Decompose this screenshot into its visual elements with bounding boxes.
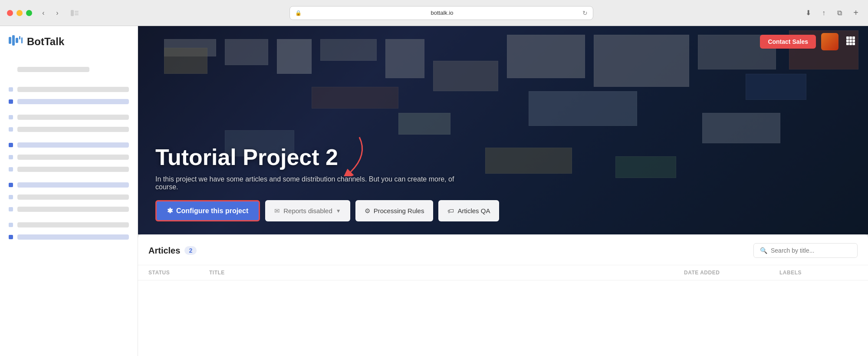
logo: BotTalk [0,35,138,59]
sidebar-dot-10 [9,223,13,227]
sidebar-item-13[interactable] [0,231,138,243]
hero-actions: ✱ Configure this project ✉ Reports disab… [155,200,499,221]
sidebar-dot-active [9,99,13,104]
logo-text: BotTalk [27,36,64,48]
col-labels: LABELS [779,270,858,276]
hero-top-bar: Contact Sales [138,26,868,57]
sidebar-item-12[interactable] [0,219,138,231]
dropdown-icon: ▼ [336,208,341,214]
sidebar-toggle[interactable] [69,7,81,19]
svg-rect-4 [9,37,11,44]
sidebar-item-3[interactable] [0,96,138,108]
sidebar-item-8[interactable] [0,163,138,175]
col-status: STATUS [148,270,209,276]
sidebar-dot-2 [9,115,13,119]
svg-rect-1 [75,11,79,12]
sidebar-item-11[interactable] [0,203,138,215]
sidebar-dot-11 [9,235,13,239]
col-title: TITLE [209,270,684,276]
traffic-lights [7,10,32,16]
browser-actions: ⬇ ↑ ⧉ + [802,7,861,19]
svg-rect-0 [71,10,74,16]
reload-icon[interactable]: ↻ [582,10,588,16]
hero-title: Tutorial Project 2 [155,144,459,170]
sidebar-dot [9,87,13,92]
sidebar-item-1[interactable] [0,59,138,80]
sidebar-item-4[interactable] [0,111,138,123]
hero-subtitle: In this project we have some articles an… [155,175,459,191]
nav-buttons: ‹ › [37,7,63,19]
svg-rect-8 [21,37,23,43]
sidebar-item-5[interactable] [0,123,138,135]
svg-rect-12 [846,40,849,42]
sidebar-dot-3 [9,127,13,132]
articles-count-badge: 2 [184,246,197,255]
articles-header: Articles 2 🔍 [138,234,868,265]
minimize-button[interactable] [16,10,23,16]
sidebar-dot-4 [9,143,13,147]
grid-icon[interactable] [844,34,858,50]
svg-rect-6 [16,38,18,43]
download-icon[interactable]: ⬇ [802,7,814,19]
svg-rect-3 [75,14,79,15]
svg-rect-5 [12,35,15,46]
tag-icon: 🏷 [447,207,454,214]
articles-table-header: STATUS TITLE DATE ADDED LABELS [138,265,868,280]
hero-section: Contact Sales [138,26,868,234]
sidebar-item-6[interactable] [0,139,138,151]
tab-icon[interactable]: ⧉ [833,7,845,19]
hero-content: Tutorial Project 2 In this project we ha… [155,144,459,191]
sidebar-dot-9 [9,207,13,211]
svg-rect-15 [846,43,849,45]
reports-label: Reports disabled [283,207,332,214]
svg-rect-2 [75,13,79,13]
main-content: Contact Sales [138,26,868,356]
articles-title-area: Articles 2 [148,246,197,256]
sidebar: BotTalk [0,26,138,356]
back-button[interactable]: ‹ [37,7,49,19]
svg-rect-16 [849,43,852,45]
sidebar-dot-8 [9,195,13,199]
gear-icon: ⚙ [365,207,370,215]
articles-qa-label: Articles QA [457,207,490,214]
close-button[interactable] [7,10,13,16]
browser-chrome: ‹ › 🔒 bottalk.io ↻ ⬇ ↑ ⧉ + [0,0,868,26]
sidebar-dot-6 [9,167,13,171]
col-date-added: DATE ADDED [684,270,779,276]
reports-button[interactable]: ✉ Reports disabled ▼ [265,200,350,221]
user-avatar[interactable] [821,33,838,50]
sidebar-item-10[interactable] [0,191,138,203]
sidebar-item-7[interactable] [0,151,138,163]
forward-button[interactable]: › [51,7,63,19]
address-bar[interactable]: 🔒 bottalk.io ↻ [289,6,593,20]
svg-rect-7 [19,36,20,40]
svg-rect-13 [849,40,852,42]
configure-icon: ✱ [167,207,173,215]
share-icon[interactable]: ↑ [818,7,830,19]
svg-rect-11 [852,36,855,39]
search-box[interactable]: 🔍 [753,243,858,258]
reports-icon: ✉ [274,207,280,215]
svg-rect-17 [852,43,855,45]
svg-rect-9 [846,36,849,39]
contact-sales-button[interactable]: Contact Sales [760,35,816,49]
maximize-button[interactable] [26,10,32,16]
svg-rect-14 [852,40,855,42]
articles-title: Articles [148,246,180,256]
sidebar-item-2[interactable] [0,83,138,96]
search-icon: 🔍 [760,247,767,254]
logo-icon [9,35,23,49]
search-input[interactable] [771,247,851,254]
svg-rect-10 [849,36,852,39]
processing-rules-button[interactable]: ⚙ Processing Rules [355,200,434,221]
app-layout: BotTalk [0,26,868,356]
sidebar-item-9[interactable] [0,179,138,191]
configure-button[interactable]: ✱ Configure this project [155,200,260,221]
articles-qa-button[interactable]: 🏷 Articles QA [438,200,499,221]
configure-label: Configure this project [176,207,248,215]
sidebar-dot-7 [9,183,13,187]
url-display: bottalk.io [305,10,579,16]
add-tab-button[interactable]: + [851,8,861,18]
processing-rules-label: Processing Rules [374,207,424,214]
lock-icon: 🔒 [295,10,302,16]
